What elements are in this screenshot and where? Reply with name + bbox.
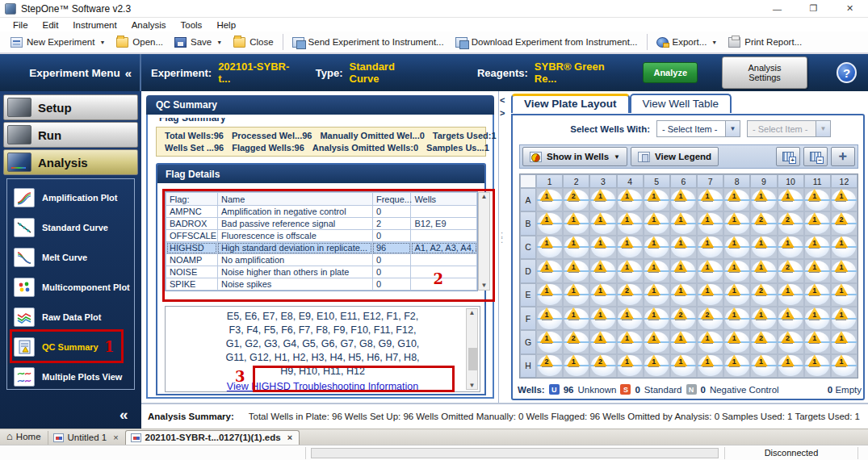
wells-scroll-thumb[interactable] bbox=[468, 348, 477, 370]
well-H7[interactable]: 1 bbox=[697, 354, 723, 378]
menu-item-file[interactable]: File bbox=[6, 19, 35, 31]
well-F5[interactable]: 1 bbox=[644, 307, 670, 330]
splitter-handle[interactable]: ⁚⁚ bbox=[501, 234, 503, 242]
sidebar-item-multiple-plots-view[interactable]: Multiple Plots View bbox=[14, 365, 134, 389]
well-G5[interactable]: 1 bbox=[644, 330, 670, 353]
well-E5[interactable]: 1 bbox=[644, 283, 670, 307]
collapse-sidebar-icon[interactable]: « bbox=[120, 406, 128, 424]
scroll-down-icon[interactable]: ▼ bbox=[481, 282, 488, 290]
expand-right-icon[interactable]: > bbox=[500, 108, 509, 118]
well-A8[interactable]: 1 bbox=[723, 188, 750, 211]
flag-row-BADROX[interactable]: BADROXBad passive reference signal2B12, … bbox=[166, 218, 477, 230]
close-tab-icon[interactable]: × bbox=[287, 433, 292, 442]
well-H3[interactable]: 2 bbox=[589, 354, 616, 378]
well-A4[interactable]: 1 bbox=[617, 188, 644, 211]
highsd-troubleshooting-link[interactable]: View HIGHSD Troubleshooting Information bbox=[227, 381, 418, 392]
toolbar-button-download-experiment-from-instrument[interactable]: Download Experiment from Instrument... bbox=[450, 35, 644, 50]
analysis-settings-button[interactable]: Analysis Settings bbox=[722, 56, 807, 89]
toolbar-button-save[interactable]: Save▼ bbox=[169, 35, 228, 50]
well-D7[interactable]: 1 bbox=[697, 259, 723, 282]
toolbar-button-close[interactable]: Close bbox=[228, 35, 279, 50]
tab-view-well-table[interactable]: View Well Table bbox=[630, 94, 732, 113]
menu-item-help[interactable]: Help bbox=[210, 19, 242, 31]
well-A12[interactable]: 1 bbox=[831, 188, 858, 211]
well-H10[interactable]: 1 bbox=[778, 354, 804, 378]
well-D2[interactable]: 1 bbox=[563, 259, 589, 282]
well-E2[interactable]: 1 bbox=[563, 283, 589, 307]
well-D10[interactable]: 2 bbox=[778, 259, 804, 282]
flag-table-scrollbar[interactable]: ▲ ▼ bbox=[478, 192, 490, 291]
restore-icon[interactable]: ❐ bbox=[795, 0, 832, 18]
well-G8[interactable]: 1 bbox=[723, 330, 750, 353]
well-A1[interactable]: 1 bbox=[536, 188, 563, 211]
well-D3[interactable]: 1 bbox=[589, 259, 616, 282]
well-G4[interactable]: 1 bbox=[617, 330, 644, 353]
well-A9[interactable]: 1 bbox=[750, 188, 777, 211]
well-B4[interactable]: 1 bbox=[617, 211, 644, 235]
flag-row-NOISE[interactable]: NOISENoise higher than others in plate0 bbox=[166, 266, 477, 278]
well-F11[interactable]: 1 bbox=[804, 307, 831, 330]
well-G7[interactable]: 1 bbox=[697, 330, 723, 353]
well-C11[interactable]: 1 bbox=[804, 236, 831, 259]
well-B1[interactable]: 1 bbox=[536, 211, 563, 235]
well-A11[interactable]: 1 bbox=[804, 188, 831, 211]
menu-item-analysis[interactable]: Analysis bbox=[125, 19, 173, 31]
well-G9[interactable]: 2 bbox=[750, 330, 777, 353]
sidebar-item-analysis[interactable]: Analysis bbox=[3, 149, 138, 175]
well-H11[interactable]: 1 bbox=[804, 354, 831, 378]
menu-item-tools[interactable]: Tools bbox=[174, 19, 209, 31]
well-C9[interactable]: 1 bbox=[750, 236, 777, 259]
well-C3[interactable]: 1 bbox=[589, 236, 616, 259]
sidebar-item-qc-summary[interactable]: QC Summary1 bbox=[14, 335, 134, 359]
well-F7[interactable]: 2 bbox=[697, 307, 723, 330]
well-D1[interactable]: 1 bbox=[536, 259, 563, 282]
well-H8[interactable]: 1 bbox=[723, 354, 750, 378]
well-G3[interactable]: 1 bbox=[589, 330, 616, 353]
flag-row-NOAMP[interactable]: NOAMPNo amplification0 bbox=[166, 254, 477, 266]
well-B12[interactable]: 2 bbox=[831, 211, 858, 235]
well-B6[interactable]: 1 bbox=[670, 211, 697, 235]
well-B2[interactable]: 1 bbox=[563, 211, 589, 235]
well-F2[interactable]: 1 bbox=[563, 307, 589, 330]
well-C10[interactable]: 1 bbox=[778, 236, 804, 259]
chevron-down-icon[interactable]: ▼ bbox=[725, 121, 740, 136]
well-D9[interactable]: 1 bbox=[750, 259, 777, 282]
well-E6[interactable]: 1 bbox=[670, 283, 697, 307]
well-B3[interactable]: 1 bbox=[589, 211, 616, 235]
collapse-left-icon[interactable]: < bbox=[500, 95, 509, 105]
toolbar-button-open[interactable]: Open... bbox=[111, 35, 169, 50]
well-E7[interactable]: 1 bbox=[697, 283, 723, 307]
well-F1[interactable]: 1 bbox=[536, 307, 563, 330]
well-A10[interactable]: 1 bbox=[778, 188, 804, 211]
well-H1[interactable]: 2 bbox=[536, 354, 563, 378]
well-F6[interactable]: 2 bbox=[670, 307, 697, 330]
well-D11[interactable]: 1 bbox=[804, 259, 831, 282]
well-G2[interactable]: 2 bbox=[563, 330, 589, 353]
scroll-down-icon[interactable]: ▼ bbox=[469, 382, 476, 389]
well-F4[interactable]: 1 bbox=[617, 307, 644, 330]
well-F12[interactable]: 1 bbox=[831, 307, 858, 330]
scroll-up-icon[interactable]: ▲ bbox=[469, 309, 476, 316]
well-D5[interactable]: 1 bbox=[644, 259, 670, 282]
well-E12[interactable]: 1 bbox=[831, 283, 858, 307]
sidebar-item-standard-curve[interactable]: Standard Curve bbox=[14, 215, 134, 240]
well-E3[interactable]: 1 bbox=[589, 283, 616, 307]
well-E11[interactable]: 1 bbox=[804, 283, 831, 307]
flag-row-AMPNC[interactable]: AMPNCAmplification in negative control0 bbox=[166, 206, 477, 218]
well-D12[interactable]: 1 bbox=[831, 259, 858, 282]
well-C6[interactable]: 1 bbox=[670, 236, 697, 259]
well-B5[interactable]: 1 bbox=[644, 211, 670, 235]
well-F10[interactable]: 1 bbox=[778, 307, 804, 330]
well-D8[interactable]: 1 bbox=[723, 259, 750, 282]
well-A5[interactable]: 1 bbox=[644, 188, 670, 211]
document-tab-untitled[interactable]: Untitled 1 × bbox=[48, 431, 125, 445]
flag-row-OFFSCALE[interactable]: OFFSCALEFluorescence is offscale0 bbox=[166, 230, 477, 242]
well-G11[interactable]: 1 bbox=[804, 330, 831, 353]
minimize-icon[interactable]: — bbox=[759, 0, 795, 18]
document-tab-experiment[interactable]: 202101-SYBR-t...0127(1)(1).eds × bbox=[125, 430, 300, 445]
close-tab-icon[interactable]: × bbox=[113, 433, 118, 442]
well-C8[interactable]: 1 bbox=[723, 236, 750, 259]
well-B9[interactable]: 2 bbox=[750, 211, 777, 235]
menu-item-edit[interactable]: Edit bbox=[36, 19, 65, 31]
well-G6[interactable]: 1 bbox=[670, 330, 697, 353]
